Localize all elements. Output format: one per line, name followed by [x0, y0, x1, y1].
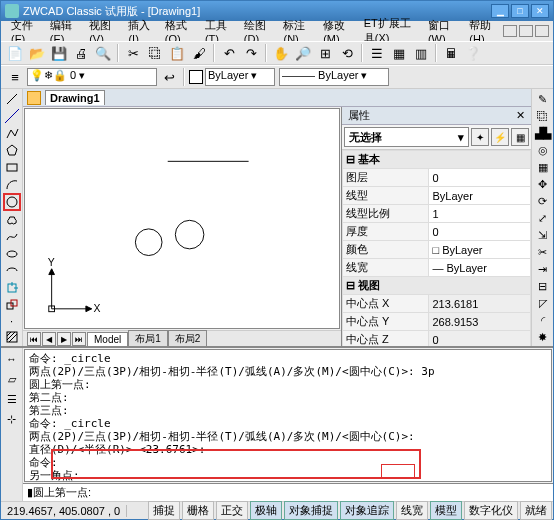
prop-value[interactable]: □ ByLayer: [429, 241, 531, 259]
props-qs-icon[interactable]: ⚡: [491, 128, 509, 146]
status-osnap[interactable]: 对象捕捉: [284, 501, 338, 520]
cmd-dist-icon[interactable]: ↔: [3, 350, 21, 368]
dc-icon[interactable]: ▦: [389, 43, 409, 63]
xline-icon[interactable]: [3, 108, 21, 124]
revcloud-icon[interactable]: [3, 212, 21, 228]
print-icon[interactable]: 🖨: [71, 43, 91, 63]
trim-icon[interactable]: ✂: [534, 245, 552, 261]
status-snap[interactable]: 捕捉: [148, 501, 180, 520]
calc-icon[interactable]: 🖩: [441, 43, 461, 63]
matchprop-icon[interactable]: 🖌: [189, 43, 209, 63]
status-ready[interactable]: 就绪: [520, 501, 552, 520]
redo-icon[interactable]: ↷: [241, 43, 261, 63]
stretch-icon[interactable]: ⇲: [534, 228, 552, 244]
tab-first-icon[interactable]: ⏮: [27, 332, 41, 346]
tab-model[interactable]: Model: [87, 332, 128, 347]
layer-prev-icon[interactable]: ↩: [159, 67, 179, 87]
zoom-win-icon[interactable]: ⊞: [315, 43, 335, 63]
doc-tab[interactable]: Drawing1: [45, 90, 105, 105]
save-icon[interactable]: 💾: [49, 43, 69, 63]
rotate-icon[interactable]: ⟳: [534, 193, 552, 209]
circle-icon[interactable]: [3, 193, 21, 211]
prop-value[interactable]: ByLayer: [429, 187, 531, 205]
fillet-icon[interactable]: ◜: [534, 313, 552, 329]
pan-icon[interactable]: ✋: [271, 43, 291, 63]
undo-icon[interactable]: ↶: [219, 43, 239, 63]
tp-icon[interactable]: ▥: [411, 43, 431, 63]
cmd-id-icon[interactable]: ⊹: [3, 410, 21, 428]
color-swatch-icon[interactable]: [189, 70, 203, 84]
ellipse-icon[interactable]: [3, 246, 21, 262]
drawing-canvas[interactable]: X Y: [24, 108, 340, 329]
command-input[interactable]: ▮ 圆上第一点:: [23, 483, 553, 501]
mdi-minimize-icon[interactable]: [503, 25, 517, 37]
preview-icon[interactable]: 🔍: [93, 43, 113, 63]
props-icon[interactable]: ☰: [367, 43, 387, 63]
prop-group[interactable]: ⊟ 视图: [343, 277, 531, 295]
arc-icon[interactable]: [3, 176, 21, 192]
tab-last-icon[interactable]: ⏭: [72, 332, 86, 346]
props-pick-icon[interactable]: ✦: [471, 128, 489, 146]
prop-value[interactable]: 0: [429, 223, 531, 241]
tab-prev-icon[interactable]: ◀: [42, 332, 56, 346]
polygon-icon[interactable]: [3, 142, 21, 158]
props-grid[interactable]: ⊟ 基本图层0线型ByLayer线型比例1厚度0颜色□ ByLayer线宽— B…: [342, 150, 531, 346]
zoom-prev-icon[interactable]: ⟲: [337, 43, 357, 63]
status-coords[interactable]: 219.4657, 405.0807 , 0: [1, 505, 127, 517]
mdi-restore-icon[interactable]: [519, 25, 533, 37]
rect-icon[interactable]: [3, 159, 21, 175]
prop-group[interactable]: ⊟ 基本: [343, 151, 531, 169]
cmd-list-icon[interactable]: ☰: [3, 390, 21, 408]
maximize-button[interactable]: □: [511, 4, 529, 18]
props-close-icon[interactable]: ✕: [516, 109, 525, 122]
zoom-rt-icon[interactable]: 🔎: [293, 43, 313, 63]
hatch-icon[interactable]: [3, 329, 21, 345]
open-icon[interactable]: 📂: [27, 43, 47, 63]
cmd-area-icon[interactable]: ▱: [3, 370, 21, 388]
move-icon[interactable]: ✥: [534, 176, 552, 192]
props-selection-dropdown[interactable]: 无选择▾: [344, 127, 469, 147]
status-ortho[interactable]: 正交: [216, 501, 248, 520]
spline-icon[interactable]: [3, 229, 21, 245]
erase-icon[interactable]: ✎: [534, 91, 552, 107]
copy-icon[interactable]: ⿻: [145, 43, 165, 63]
ellipsearc-icon[interactable]: [3, 263, 21, 279]
linetype-dropdown[interactable]: ——— ByLayer ▾: [279, 68, 389, 86]
status-polar[interactable]: 极轴: [250, 501, 282, 520]
status-lwt[interactable]: 线宽: [396, 501, 428, 520]
help-icon[interactable]: ❔: [463, 43, 483, 63]
cut-icon[interactable]: ✂: [123, 43, 143, 63]
line-icon[interactable]: [3, 91, 21, 107]
mdi-close-icon[interactable]: [535, 25, 549, 37]
block-icon[interactable]: [3, 297, 21, 313]
close-button[interactable]: ✕: [531, 4, 549, 18]
break-icon[interactable]: ⊟: [534, 279, 552, 295]
array-icon[interactable]: ▦: [534, 159, 552, 175]
layer-dropdown[interactable]: 💡❄🔒 0 ▾: [27, 68, 157, 86]
props-toggle-icon[interactable]: ▦: [511, 128, 529, 146]
new-icon[interactable]: 📄: [5, 43, 25, 63]
layers-icon[interactable]: ≡: [5, 67, 25, 87]
point-icon[interactable]: ·: [3, 314, 21, 328]
prop-value[interactable]: — ByLayer: [429, 259, 531, 277]
explode-icon[interactable]: ✸: [534, 330, 552, 346]
pline-icon[interactable]: [3, 125, 21, 141]
command-history[interactable]: 命令: _circle 两点(2P)/三点(3P)/相切-相切-半径(T)/弧线…: [24, 349, 552, 482]
status-digitizer[interactable]: 数字化仪: [464, 501, 518, 520]
prop-value[interactable]: 1: [429, 205, 531, 223]
offset-icon[interactable]: ◎: [534, 142, 552, 158]
insert-icon[interactable]: [3, 280, 21, 296]
status-otrack[interactable]: 对象追踪: [340, 501, 394, 520]
svg-line-14: [9, 334, 17, 342]
copy-obj-icon[interactable]: ⿻: [534, 108, 552, 124]
prop-value[interactable]: 0: [429, 169, 531, 187]
status-model[interactable]: 模型: [430, 501, 462, 520]
color-dropdown[interactable]: ByLayer ▾: [205, 68, 275, 86]
paste-icon[interactable]: 📋: [167, 43, 187, 63]
tab-next-icon[interactable]: ▶: [57, 332, 71, 346]
status-grid[interactable]: 栅格: [182, 501, 214, 520]
chamfer-icon[interactable]: ◸: [534, 296, 552, 312]
scale-icon[interactable]: ⤢: [534, 210, 552, 226]
mirror-icon[interactable]: ▟▙: [534, 125, 552, 141]
extend-icon[interactable]: ⇥: [534, 262, 552, 278]
